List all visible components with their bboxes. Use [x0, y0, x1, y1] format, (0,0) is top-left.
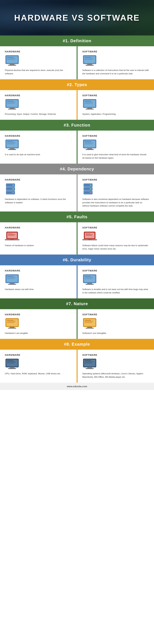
svg-point-61	[90, 188, 91, 190]
svg-rect-93	[85, 277, 94, 278]
hardware-text-function: It is used to do task at machine level.	[5, 153, 40, 156]
section-row-types: HARDWARE Processing, Input, Output, Cont…	[0, 90, 154, 120]
sections-container: #1. DefinitionHARDWARE Physical devices …	[0, 36, 154, 383]
section-header-durability: #6. Durability	[0, 254, 154, 265]
svg-rect-35	[8, 149, 16, 150]
svg-rect-124	[85, 360, 91, 361]
software-title-types: SOFTWARE	[82, 94, 98, 97]
svg-rect-77	[86, 234, 90, 234]
svg-rect-22	[7, 103, 15, 103]
svg-rect-69	[10, 239, 14, 240]
hardware-icon-function	[5, 140, 19, 151]
svg-rect-19	[8, 109, 16, 110]
software-text-faults: Software failure could have many reasons…	[82, 244, 149, 251]
svg-rect-38	[7, 143, 15, 144]
svg-rect-127	[85, 363, 92, 363]
svg-rect-20	[7, 101, 14, 102]
hardware-text-example: CPU, Hard drive, RAM, keyboard, Mouse, U…	[5, 372, 61, 376]
svg-rect-37	[7, 142, 16, 143]
software-icon-nature	[82, 318, 97, 329]
svg-point-60	[90, 185, 91, 186]
hardware-text-durability: Hardware wears out with time.	[5, 288, 34, 291]
section-header-example: #8. Example	[0, 339, 154, 350]
section-header-nature: #7. Nature	[0, 298, 154, 309]
section-row-definition: HARDWARE Physical devices that are requi…	[0, 46, 154, 79]
software-text-definition: Software is a collection of instructions…	[82, 69, 149, 76]
section-row-durability: HARDWARE Hardware wears out with time.SO…	[0, 265, 154, 298]
hardware-col-durability: HARDWARE Hardware wears out with time.	[0, 265, 76, 298]
software-icon-durability	[82, 274, 97, 286]
svg-rect-98	[10, 327, 14, 328]
svg-rect-84	[7, 276, 14, 276]
hero-title: HARDWARE VS SOFTWARE	[14, 13, 140, 22]
svg-point-62	[90, 192, 91, 193]
svg-rect-46	[85, 143, 93, 144]
footer: www.educba.com	[0, 383, 154, 390]
section-row-function: HARDWARE It is used to do task at machin…	[0, 130, 154, 164]
hardware-icon-durability	[5, 274, 19, 286]
svg-rect-7	[7, 60, 14, 60]
svg-rect-91	[86, 284, 94, 285]
svg-rect-87	[7, 279, 14, 279]
hardware-title-types: HARDWARE	[5, 94, 20, 97]
svg-rect-43	[86, 149, 94, 150]
svg-rect-107	[86, 328, 94, 328]
svg-rect-122	[87, 367, 92, 368]
svg-rect-85	[7, 277, 16, 278]
svg-rect-79	[86, 235, 92, 236]
svg-rect-110	[85, 322, 93, 322]
software-text-dependency: Software is also somehow dependent on ha…	[82, 198, 149, 208]
hardware-col-example: HARDWARE CPU, Hard drive, RAM, keyboard,…	[0, 350, 76, 383]
software-title-definition: SOFTWARE	[82, 50, 98, 53]
svg-rect-45	[85, 142, 94, 143]
section-row-dependency: HARDWARE Hardware is dependent on softwa…	[0, 174, 154, 212]
svg-rect-78	[86, 234, 93, 235]
svg-rect-63	[85, 185, 89, 185]
svg-rect-86	[7, 278, 15, 278]
svg-rect-76	[88, 239, 92, 240]
hardware-icon-definition	[5, 55, 19, 66]
software-col-types: SOFTWARE System, Application, Programmin…	[78, 90, 154, 120]
hardware-col-faults: HARDWARE Failure of hardware is random.	[0, 222, 76, 254]
svg-rect-12	[85, 57, 91, 58]
hardware-text-dependency: Hardware is dependent on software. It st…	[5, 198, 72, 204]
hardware-col-dependency: HARDWARE Hardware is dependent on softwa…	[0, 174, 76, 212]
svg-rect-99	[8, 328, 16, 328]
hardware-title-function: HARDWARE	[5, 134, 20, 137]
svg-rect-90	[87, 283, 92, 284]
svg-rect-28	[85, 101, 91, 102]
software-col-function: SOFTWARE It is used to give instruction …	[78, 130, 154, 164]
svg-rect-26	[87, 108, 92, 109]
hardware-icon-faults	[5, 231, 19, 242]
svg-point-52	[13, 188, 14, 190]
software-icon-types	[82, 99, 97, 110]
hardware-col-function: HARDWARE It is used to do task at machin…	[0, 130, 76, 164]
svg-rect-30	[85, 103, 93, 103]
section-header-types: #2. Types	[0, 79, 154, 90]
software-text-types: System, Application, Programming.	[82, 112, 116, 116]
svg-rect-55	[7, 188, 12, 189]
svg-rect-71	[8, 234, 15, 235]
software-text-function: It is used to give instruction what kind…	[82, 153, 149, 160]
software-text-durability: Software is durable and is not wear out …	[82, 288, 149, 294]
hardware-text-nature: Hardware's are tangible.	[5, 332, 28, 335]
software-title-faults: SOFTWARE	[82, 226, 98, 229]
hardware-icon-dependency	[5, 183, 16, 196]
hero-banner: HARDWARE VS SOFTWARE	[0, 0, 154, 36]
hardware-title-example: HARDWARE	[5, 354, 20, 356]
svg-rect-6	[7, 59, 15, 59]
section-header-faults: #5. Faults	[0, 212, 154, 222]
svg-rect-3	[8, 65, 16, 66]
svg-rect-115	[8, 368, 16, 369]
software-title-durability: SOFTWARE	[82, 269, 98, 272]
software-col-example: SOFTWARE Operating systems (Microsoft wi…	[78, 350, 154, 383]
hardware-text-faults: Failure of hardware is random.	[5, 244, 34, 247]
section-row-faults: HARDWARE Failure of hardware is random.S…	[0, 222, 154, 254]
svg-rect-111	[85, 322, 92, 323]
svg-rect-100	[7, 320, 14, 320]
svg-rect-117	[7, 362, 16, 362]
software-col-nature: SOFTWARE Software's are intangible.	[78, 309, 154, 339]
svg-rect-42	[87, 148, 92, 149]
svg-rect-72	[8, 235, 14, 236]
svg-rect-39	[7, 144, 14, 144]
